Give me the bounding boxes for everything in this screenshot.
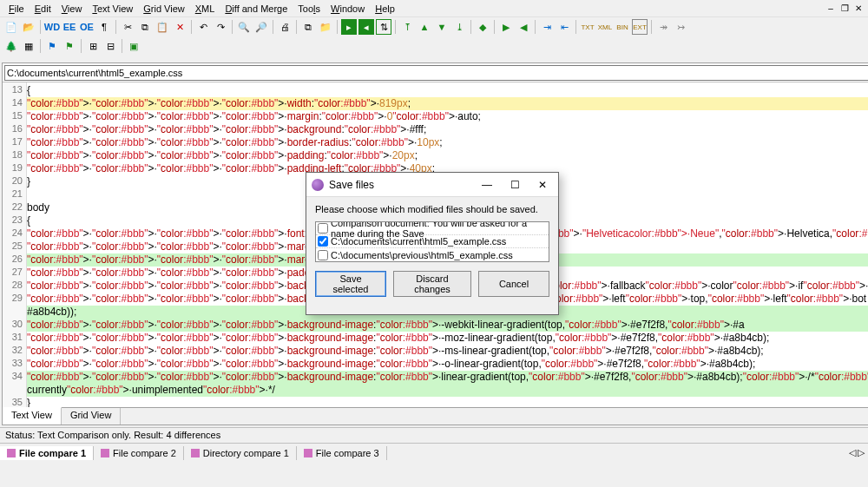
flag-blue-icon[interactable]: ⚑ (44, 38, 60, 54)
quick-nav2-icon[interactable]: ↣ (673, 19, 688, 35)
menu-file[interactable]: File (3, 2, 30, 16)
delete-icon[interactable]: ✕ (172, 19, 187, 35)
mode-bin-icon[interactable]: BIN (615, 19, 630, 35)
doctab-icon (101, 449, 109, 457)
doctab-1[interactable]: File compare 1 (0, 446, 94, 460)
dialog-prompt: Please choose which modified files shoul… (315, 204, 549, 214)
compare-files-icon[interactable]: ⧉ (300, 19, 316, 35)
menu-xml[interactable]: XML (190, 2, 220, 16)
app-icon (312, 179, 324, 191)
find-next-icon[interactable]: 🔎 (253, 19, 269, 35)
mode-ext-icon[interactable]: EXT (632, 19, 648, 35)
doctab-icon (7, 449, 16, 457)
dialog-row[interactable]: C:\documents\previous\html5_example.css (316, 248, 549, 261)
mode-xml-icon[interactable]: XML (597, 19, 613, 35)
doctab-icon (304, 449, 312, 457)
redo-icon[interactable]: ↷ (213, 19, 228, 35)
doctab-2[interactable]: File compare 2 (94, 446, 184, 460)
menu-bar: File Edit View Text View Grid View XML D… (0, 0, 868, 17)
find-icon[interactable]: 🔍 (236, 19, 252, 35)
show-ws-icon[interactable]: ¶ (96, 19, 112, 35)
dialog-row[interactable]: Comparison document: You will be asked f… (316, 222, 549, 235)
left-pane-header: ▾ 📂 💾 💾 🔄 (3, 63, 868, 82)
diff-region-icon[interactable]: ▣ (126, 38, 141, 54)
open-icon[interactable]: 📂 (21, 19, 36, 35)
document-tabs: File compare 1 File compare 2 Directory … (0, 443, 868, 462)
merge-left-icon[interactable]: ◂ (358, 19, 374, 35)
doctab-icon (191, 449, 200, 457)
run-diff-icon[interactable]: ▸ (341, 19, 357, 35)
tab-grid-view[interactable]: Grid View (62, 408, 121, 424)
menu-view[interactable]: View (56, 2, 88, 16)
save-files-dialog: Save files — ☐ ✕ Please choose which mod… (306, 172, 559, 315)
prev-diff-icon[interactable]: ▲ (417, 19, 432, 35)
close-icon[interactable]: ✕ (852, 3, 865, 13)
oe-icon[interactable]: OE (79, 19, 95, 35)
flag-green-icon[interactable]: ⚑ (62, 38, 77, 54)
quick-nav-icon[interactable]: ↠ (655, 19, 671, 35)
row-checkbox[interactable] (318, 250, 328, 260)
table-icon[interactable]: ▦ (21, 38, 36, 54)
new-icon[interactable]: 📄 (3, 19, 19, 35)
last-diff-icon[interactable]: ⤓ (451, 19, 467, 35)
dialog-minimize-icon[interactable]: — (477, 179, 497, 191)
cancel-button[interactable]: Cancel (478, 271, 549, 297)
dialog-title: Save files (329, 179, 374, 191)
menu-help[interactable]: Help (370, 2, 400, 16)
tab-prev-icon[interactable]: ◁ (849, 447, 856, 458)
status-bar: Status: Text Comparison only. Result: 4 … (0, 427, 868, 443)
toolbar-secondary: 🌲 ▦ ⚑ ⚑ ⊞ ⊟ ▣ (0, 36, 868, 56)
menu-tools[interactable]: Tools (293, 2, 326, 16)
menu-gridview[interactable]: Grid View (138, 2, 190, 16)
cut-icon[interactable]: ✂ (120, 19, 135, 35)
ee-icon[interactable]: EE (62, 19, 77, 35)
row-checkbox[interactable] (318, 223, 328, 234)
restore-icon[interactable]: ❐ (838, 3, 851, 13)
copy-l2r-icon[interactable]: ▶ (498, 19, 514, 35)
expand-icon[interactable]: ⊞ (85, 38, 101, 54)
undo-icon[interactable]: ↶ (195, 19, 211, 35)
tree-icon[interactable]: 🌲 (3, 38, 19, 54)
toolbar-main: 📄 📂 WD EE OE ¶ ✂ ⧉ 📋 ✕ ↶ ↷ 🔍 🔎 🖨 ⧉ 📁 ▸ ◂… (0, 17, 868, 36)
doctab-3[interactable]: Directory compare 1 (184, 446, 297, 460)
dialog-file-list: Comparison document: You will be asked f… (315, 221, 549, 262)
discard-changes-button[interactable]: Discard changes (393, 271, 471, 297)
export-icon[interactable]: ⇥ (539, 19, 555, 35)
doctab-4[interactable]: File compare 3 (297, 446, 387, 460)
copy-icon[interactable]: ⧉ (137, 19, 153, 35)
copy-r2l-icon[interactable]: ◀ (516, 19, 531, 35)
left-path-input[interactable] (4, 65, 868, 81)
mode-txt-icon[interactable]: TXT (580, 19, 595, 35)
menu-diffmerge[interactable]: Diff and Merge (220, 2, 293, 16)
menu-window[interactable]: Window (326, 2, 370, 16)
tab-next-icon[interactable]: ▷ (858, 447, 865, 458)
print-icon[interactable]: 🖨 (277, 19, 293, 35)
dialog-close-icon[interactable]: ✕ (532, 179, 553, 191)
collapse-icon[interactable]: ⊟ (102, 38, 118, 54)
row-checkbox[interactable] (318, 236, 328, 247)
first-diff-icon[interactable]: ⤒ (399, 19, 415, 35)
sync-scroll-icon[interactable]: ⇅ (376, 19, 391, 35)
save-selected-button[interactable]: Save selected (315, 271, 386, 297)
left-gutter: 1314151617181920212223242526272829303132… (3, 82, 27, 407)
menu-textview[interactable]: Text View (87, 2, 138, 16)
wd-icon[interactable]: WD (44, 19, 60, 35)
next-diff-icon[interactable]: ▼ (434, 19, 450, 35)
dialog-maximize-icon[interactable]: ☐ (504, 179, 525, 191)
compare-dirs-icon[interactable]: 📁 (318, 19, 333, 35)
paste-icon[interactable]: 📋 (155, 19, 170, 35)
tab-text-view[interactable]: Text View (3, 407, 62, 424)
current-diff-icon[interactable]: ◆ (475, 19, 490, 35)
menu-edit[interactable]: Edit (30, 2, 56, 16)
minimize-icon[interactable]: – (825, 3, 837, 13)
export2-icon[interactable]: ⇤ (556, 19, 572, 35)
